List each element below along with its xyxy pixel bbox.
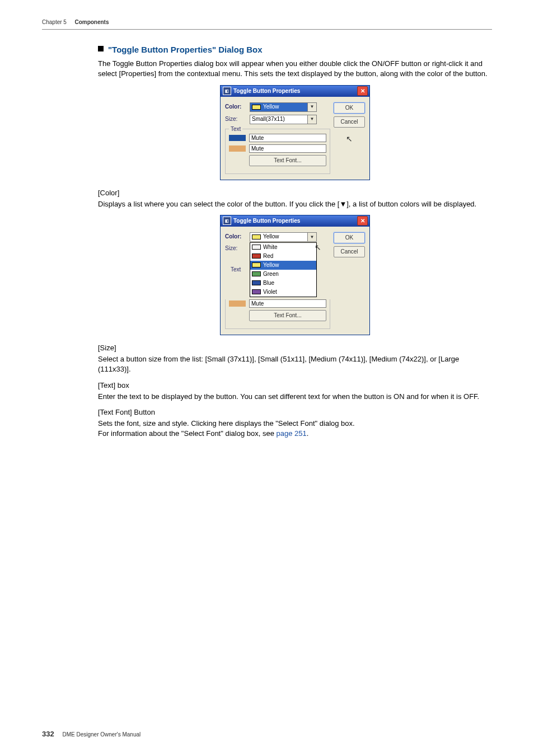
color-swatch-icon <box>252 234 261 240</box>
color-swatch-icon <box>252 289 261 294</box>
color-swatch-icon <box>252 280 261 285</box>
color-swatch-icon <box>252 105 261 110</box>
bullet-icon <box>98 46 104 51</box>
color-combobox[interactable]: Yellow ▼ <box>250 102 317 112</box>
dialog-toggle-properties-2: ◧ Toggle Button Properties ✕ Color: Yell… <box>220 215 370 335</box>
manual-title: DME Designer Owner's Manual <box>62 731 140 738</box>
app-icon: ◧ <box>223 217 231 225</box>
size-section-heading: [Size] <box>98 343 492 353</box>
color-swatch-icon <box>252 262 261 267</box>
dialog-titlebar[interactable]: ◧ Toggle Button Properties ✕ <box>221 86 369 97</box>
textbox-section-heading: [Text] box <box>98 381 492 391</box>
color-section-text: Displays a list where you can select the… <box>98 199 492 209</box>
textbox-section-text: Enter the text to be displayed by the bu… <box>98 392 492 402</box>
textfont-line1: Sets the font, size and style. Clicking … <box>98 419 355 428</box>
text-group-label: Text <box>229 125 242 133</box>
dialog-title: Toggle Button Properties <box>233 217 300 225</box>
page-number: 332 <box>42 730 54 738</box>
list-item[interactable]: Blue <box>250 279 316 288</box>
cancel-button[interactable]: Cancel <box>334 246 365 257</box>
preview-on-icon <box>229 135 246 141</box>
size-label: Size: <box>225 245 250 252</box>
color-swatch-icon <box>252 253 261 259</box>
ok-button[interactable]: OK <box>334 232 365 243</box>
list-item[interactable]: Yellow <box>250 261 316 270</box>
intro-paragraph: The Toggle Button Properties dialog box … <box>98 59 492 79</box>
section-title: "Toggle Button Properties" Dialog Box <box>98 44 492 55</box>
list-item[interactable]: Green <box>250 270 316 279</box>
dialog-titlebar[interactable]: ◧ Toggle Button Properties ✕ <box>221 215 369 227</box>
close-button[interactable]: ✕ <box>357 86 368 96</box>
color-swatch-icon <box>252 271 261 276</box>
color-value: Yellow <box>263 233 279 241</box>
size-value: Small(37x11) <box>252 115 285 123</box>
app-icon: ◧ <box>223 87 231 95</box>
color-combobox[interactable]: Yellow ▼ <box>250 232 317 242</box>
cancel-button[interactable]: Cancel <box>334 116 365 128</box>
list-item[interactable]: Violet <box>250 288 316 297</box>
color-swatch-icon <box>252 245 261 250</box>
text-on-input[interactable] <box>249 134 326 142</box>
textfont-section-heading: [Text Font] Button <box>98 407 492 417</box>
cursor-icon: ↖ <box>346 134 353 145</box>
size-label: Size: <box>225 115 250 123</box>
dialog-toggle-properties-1: ◧ Toggle Button Properties ✕ Color: Yell… <box>220 85 370 180</box>
ok-button[interactable]: OK <box>334 102 365 114</box>
preview-off-icon <box>229 145 246 152</box>
color-dropdown-list[interactable]: White Red Yellow <box>250 242 317 297</box>
list-item[interactable]: White <box>250 243 316 252</box>
chevron-down-icon[interactable]: ▼ <box>307 115 316 124</box>
list-item[interactable]: Red <box>250 252 316 261</box>
page-footer: 332 DME Designer Owner's Manual <box>42 729 140 739</box>
section-label: Components <box>74 19 109 25</box>
page-header: Chapter 5 Components <box>42 17 492 30</box>
close-button[interactable]: ✕ <box>357 216 368 226</box>
chevron-down-icon[interactable]: ▼ <box>307 233 316 241</box>
text-off-input[interactable] <box>249 144 326 153</box>
textfont-line2-prefix: For information about the "Select Font" … <box>98 429 277 438</box>
preview-off-icon <box>229 300 246 307</box>
chevron-down-icon[interactable]: ▼ <box>307 103 316 111</box>
color-label: Color: <box>225 233 250 241</box>
page-reference-link[interactable]: page 251 <box>277 429 307 438</box>
dialog-title: Toggle Button Properties <box>233 87 300 95</box>
size-combobox[interactable]: Small(37x11) ▼ <box>250 115 317 124</box>
text-font-button[interactable]: Text Font... <box>249 155 326 166</box>
textfont-section-body: Sets the font, size and style. Clicking … <box>98 419 492 439</box>
textfont-line2-suffix: . <box>307 429 309 438</box>
size-section-text: Select a button size from the list: [Sma… <box>98 354 492 374</box>
text-font-button[interactable]: Text Font... <box>249 310 326 321</box>
text-off-input[interactable] <box>249 299 326 308</box>
color-section-heading: [Color] <box>98 188 492 198</box>
color-label: Color: <box>225 103 250 111</box>
text-group-label: Text <box>229 266 242 274</box>
chapter-label: Chapter 5 <box>42 19 67 25</box>
color-value: Yellow <box>263 103 279 111</box>
